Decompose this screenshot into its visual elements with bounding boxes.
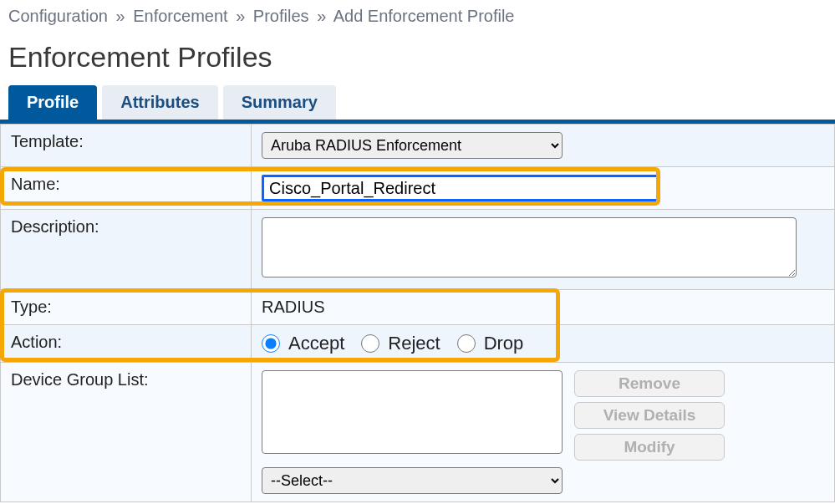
- tab-profile[interactable]: Profile: [8, 85, 97, 120]
- breadcrumb-item[interactable]: Configuration: [8, 7, 108, 25]
- label-name: Name:: [1, 167, 252, 210]
- device-group-list-wrap: Remove View Details Modify: [262, 370, 824, 461]
- tabs: Profile Attributes Summary: [0, 85, 835, 124]
- view-details-button[interactable]: View Details: [574, 402, 725, 429]
- breadcrumb-item: Add Enforcement Profile: [333, 7, 515, 25]
- action-accept-radio[interactable]: [262, 334, 280, 353]
- breadcrumb-sep: »: [236, 7, 245, 25]
- label-description: Description:: [1, 210, 252, 290]
- tab-summary[interactable]: Summary: [223, 85, 336, 120]
- page-title: Enforcement Profiles: [0, 33, 835, 85]
- remove-button[interactable]: Remove: [574, 370, 725, 397]
- breadcrumb: Configuration » Enforcement » Profiles »…: [0, 0, 835, 33]
- breadcrumb-item[interactable]: Enforcement: [133, 7, 227, 25]
- action-drop-label[interactable]: Drop: [457, 333, 524, 354]
- template-select[interactable]: Aruba RADIUS Enforcement: [262, 132, 563, 159]
- label-device-group-list: Device Group List:: [1, 363, 252, 502]
- label-type: Type:: [1, 290, 252, 325]
- label-template: Template:: [1, 125, 252, 167]
- description-textarea[interactable]: [262, 217, 797, 277]
- breadcrumb-sep: »: [317, 7, 326, 25]
- device-group-list-buttons: Remove View Details Modify: [574, 370, 725, 461]
- action-reject-text: Reject: [388, 333, 440, 354]
- breadcrumb-sep: »: [116, 7, 125, 25]
- action-reject-label[interactable]: Reject: [361, 333, 440, 354]
- page-container: Configuration » Enforcement » Profiles »…: [0, 0, 835, 502]
- action-drop-text: Drop: [484, 333, 524, 354]
- label-action: Action:: [1, 325, 252, 363]
- action-reject-radio[interactable]: [361, 334, 379, 353]
- tab-attributes[interactable]: Attributes: [102, 85, 217, 120]
- action-radio-group: Accept Reject Drop: [262, 333, 824, 354]
- device-group-select[interactable]: --Select--: [262, 467, 563, 494]
- action-accept-text: Accept: [288, 333, 344, 354]
- modify-button[interactable]: Modify: [574, 434, 725, 461]
- name-input[interactable]: [262, 175, 660, 201]
- type-value: RADIUS: [262, 298, 325, 316]
- form-table: Template: Aruba RADIUS Enforcement Name:…: [0, 124, 835, 502]
- action-drop-radio[interactable]: [457, 334, 476, 353]
- breadcrumb-item[interactable]: Profiles: [253, 7, 309, 25]
- action-accept-label[interactable]: Accept: [262, 333, 344, 354]
- device-group-list-box[interactable]: [262, 370, 563, 454]
